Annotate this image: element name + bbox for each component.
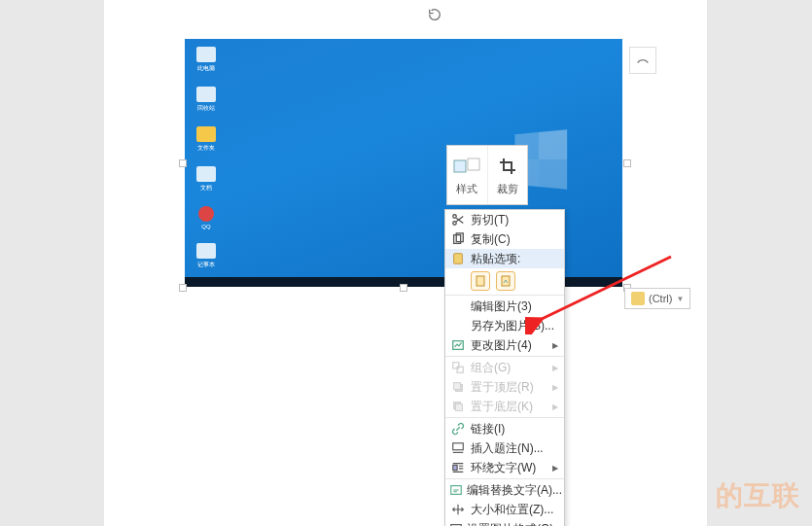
- paste-option-2[interactable]: [496, 271, 515, 291]
- crop-icon: [499, 155, 516, 178]
- menu-item-copy[interactable]: 复制(C): [445, 229, 564, 249]
- style-label: 样式: [456, 182, 477, 196]
- menu-item-change-picture[interactable]: 更改图片(4) ▶: [445, 335, 564, 355]
- menu-item-bring-to-front: 置于顶层(R) ▶: [445, 377, 564, 397]
- menu-separator: [445, 478, 564, 479]
- paste-option-1[interactable]: [471, 271, 490, 291]
- menu-item-save-as-picture[interactable]: 另存为图片(S)...: [445, 316, 564, 335]
- wrap-text-icon: [449, 460, 467, 475]
- watermark-text: 的互联: [716, 477, 800, 514]
- svg-rect-15: [455, 403, 462, 410]
- group-icon: [449, 360, 467, 375]
- caption-icon: [449, 440, 467, 456]
- menu-item-group: 组合(G) ▶: [445, 358, 564, 377]
- svg-rect-0: [454, 160, 466, 172]
- menu-item-format-picture[interactable]: 设置图片格式(O)...: [445, 519, 564, 526]
- chevron-down-icon: ▼: [676, 295, 684, 303]
- svg-rect-11: [457, 367, 463, 372]
- menu-separator: [445, 295, 564, 296]
- rotate-handle-icon[interactable]: [426, 6, 443, 23]
- edit-picture-icon: [449, 298, 467, 314]
- size-position-icon: [449, 502, 467, 517]
- submenu-arrow-icon: ▶: [552, 464, 558, 473]
- submenu-arrow-icon: ▶: [552, 403, 558, 411]
- desktop-icons-column: 此电脑 回收站 文件夹 文档 QQ 记事本: [194, 47, 218, 269]
- svg-rect-6: [454, 254, 463, 264]
- svg-rect-17: [453, 465, 457, 470]
- send-back-icon: [449, 399, 467, 414]
- svg-rect-16: [453, 443, 464, 450]
- ctrl-label: (Ctrl): [649, 293, 672, 304]
- resize-handle[interactable]: [179, 284, 187, 292]
- menu-item-paste-options[interactable]: 粘贴选项:: [445, 249, 564, 268]
- desktop-icon: QQ: [194, 206, 218, 229]
- svg-point-3: [453, 215, 457, 219]
- clipboard-icon: [631, 292, 645, 305]
- bring-front-icon: [449, 379, 467, 395]
- menu-item-edit-picture[interactable]: 编辑图片(3): [445, 297, 564, 316]
- crop-button[interactable]: 裁剪: [488, 146, 528, 204]
- change-picture-icon: [449, 337, 467, 353]
- save-as-picture-icon: [449, 318, 467, 333]
- scissors-icon: [449, 212, 467, 228]
- desktop-icon: 文件夹: [194, 126, 218, 153]
- crop-label: 裁剪: [497, 182, 518, 196]
- svg-rect-1: [468, 158, 479, 170]
- submenu-arrow-icon: ▶: [552, 341, 558, 350]
- format-picture-icon: [449, 521, 463, 526]
- resize-handle[interactable]: [623, 159, 631, 167]
- paste-options-ctrl-button[interactable]: (Ctrl) ▼: [624, 288, 690, 309]
- menu-item-size-position[interactable]: 大小和位置(Z)...: [445, 500, 564, 519]
- svg-rect-8: [502, 276, 510, 286]
- svg-rect-7: [477, 276, 484, 286]
- menu-item-send-to-back: 置于底层(K) ▶: [445, 397, 564, 416]
- menu-item-link[interactable]: 链接(I): [445, 419, 564, 438]
- svg-rect-13: [454, 383, 461, 390]
- picture-styles-button[interactable]: 样式: [447, 146, 488, 204]
- resize-handle[interactable]: [400, 284, 407, 292]
- desktop-icon: 回收站: [194, 87, 218, 113]
- copy-icon: [449, 231, 467, 247]
- svg-point-2: [453, 222, 457, 226]
- resize-handle[interactable]: [179, 159, 187, 167]
- menu-item-insert-caption[interactable]: 插入题注(N)...: [445, 438, 564, 458]
- link-icon: [449, 421, 467, 437]
- menu-separator: [445, 356, 564, 357]
- layout-options-button[interactable]: [629, 47, 656, 74]
- submenu-arrow-icon: ▶: [552, 364, 558, 372]
- menu-item-edit-alt-text[interactable]: 编辑替换文字(A)...: [445, 480, 564, 500]
- paste-options-row: [445, 268, 564, 294]
- desktop-icon: 文档: [194, 166, 218, 193]
- menu-item-cut[interactable]: 剪切(T): [445, 210, 564, 229]
- svg-rect-10: [453, 363, 459, 368]
- desktop-icon: 记事本: [194, 243, 218, 269]
- mini-toolbar: 样式 裁剪: [446, 145, 528, 205]
- alt-text-icon: [449, 482, 463, 498]
- menu-separator: [445, 417, 564, 418]
- submenu-arrow-icon: ▶: [552, 383, 558, 392]
- desktop-icon: 此电脑: [194, 47, 218, 73]
- menu-item-wrap-text[interactable]: 环绕文字(W) ▶: [445, 458, 564, 477]
- picture-style-icon: [453, 155, 480, 178]
- clipboard-icon: [449, 251, 467, 266]
- context-menu: 剪切(T) 复制(C) 粘贴选项: 编辑图片(3) 另存为图片(S)... 更改: [444, 209, 565, 526]
